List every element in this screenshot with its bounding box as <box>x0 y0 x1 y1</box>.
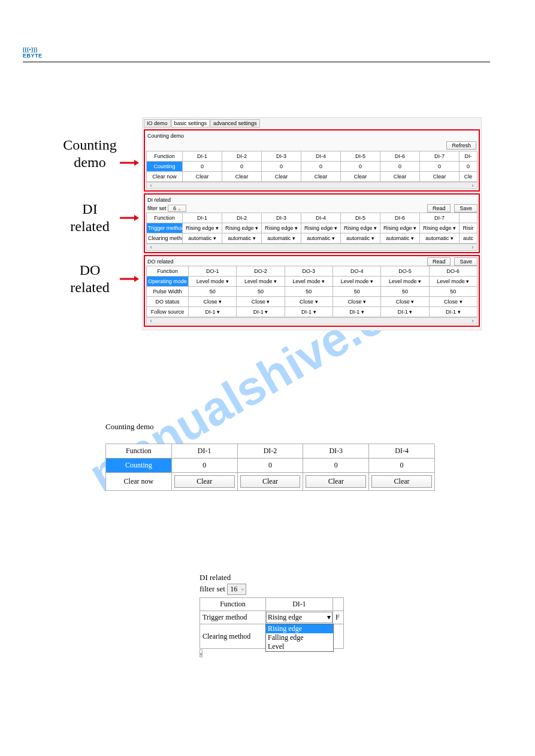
col-head: DO-1 <box>189 266 237 277</box>
dropdown-item-rising[interactable]: Rising edge <box>266 624 333 633</box>
trigger-select[interactable]: Risir <box>460 223 477 233</box>
clearing-select[interactable]: automatic ▾ <box>183 233 222 244</box>
counting-val: 0 <box>222 162 262 172</box>
dostatus-select[interactable]: Close ▾ <box>333 297 380 307</box>
dropdown-item-level[interactable]: Level <box>266 642 333 651</box>
col-function: Function <box>106 444 172 459</box>
dostatus-select[interactable]: Close ▾ <box>189 297 237 307</box>
trigger-select[interactable]: Rising edge ▾ <box>380 223 420 233</box>
dostatus-select[interactable]: Close ▾ <box>237 297 285 307</box>
clearing-select[interactable]: automatic ▾ <box>420 233 460 244</box>
annot-counting: Counting demo <box>48 136 132 171</box>
arrow-icon <box>120 159 139 166</box>
basic-settings-panel: IO demo basic settings advanced settings… <box>142 117 482 330</box>
follow-label: Follow source <box>147 307 189 317</box>
clearing-select[interactable]: automatic ▾ <box>262 233 301 244</box>
counting-val: 0 <box>183 162 222 172</box>
dropdown-item-falling[interactable]: Falling edge <box>266 633 333 642</box>
dostatus-label: DO status <box>147 297 189 307</box>
filter-select[interactable]: 16 <box>227 584 246 595</box>
di-title: DI related <box>146 196 477 204</box>
read-button[interactable]: Read <box>427 257 451 266</box>
clearing-select[interactable]: automatic ▾ <box>380 233 420 244</box>
col-head: DI-6 <box>380 151 420 162</box>
level-select[interactable]: Level mode ▾ <box>333 277 380 287</box>
col-head: DI-3 <box>262 213 301 223</box>
read-button[interactable]: Read <box>427 204 451 212</box>
trigger-select[interactable]: Rising edge▾ <box>266 612 333 623</box>
svg-marker-1 <box>134 160 139 166</box>
follow-select[interactable]: DI-1 ▾ <box>237 307 285 317</box>
col-head: DI-5 <box>341 213 380 223</box>
trigger-select[interactable]: Rising edge ▾ <box>262 223 301 233</box>
col-head: DI-1 <box>183 151 222 162</box>
scrollbar[interactable]: ‹› <box>146 182 477 189</box>
clear-button[interactable]: Clear <box>369 473 435 491</box>
trigger-select[interactable]: Rising edge ▾ <box>222 223 262 233</box>
counting-demo-zoom: Counting demo Function DI-1 DI-2 DI-3 DI… <box>105 422 435 491</box>
follow-select[interactable]: DI-1 ▾ <box>429 307 477 317</box>
col-head: DI-2 <box>222 213 262 223</box>
dostatus-select[interactable]: Close ▾ <box>285 297 333 307</box>
clear-button[interactable]: Clear <box>420 172 460 182</box>
clearing-select[interactable]: automatic ▾ <box>341 233 380 244</box>
filter-select[interactable]: 6 ⌵ <box>168 205 186 212</box>
clearing-select[interactable]: automatic ▾ <box>222 233 262 244</box>
clear-button[interactable]: Clear <box>380 172 420 182</box>
col-function: Function <box>147 151 183 162</box>
scrollbar[interactable]: ‹› <box>146 317 477 324</box>
clear-button[interactable]: Clear <box>301 172 341 182</box>
clearing-select[interactable]: automatic ▾ <box>301 233 341 244</box>
scroll-left-button[interactable]: ‹ <box>200 649 202 657</box>
clear-button[interactable]: Clear <box>171 473 237 491</box>
save-button[interactable]: Save <box>454 204 477 212</box>
tab-advanced-settings[interactable]: advanced settings <box>210 119 260 127</box>
col-function: Function <box>200 598 266 611</box>
level-select[interactable]: Level mode ▾ <box>285 277 333 287</box>
pulse-val[interactable]: 50 <box>381 287 429 297</box>
pulse-val[interactable]: 50 <box>333 287 380 297</box>
clear-button[interactable]: Clear <box>237 473 303 491</box>
trigger-select[interactable]: Rising edge ▾ <box>301 223 341 233</box>
follow-select[interactable]: DI-1 ▾ <box>333 307 380 317</box>
pulse-val[interactable]: 50 <box>429 287 477 297</box>
pulse-val[interactable]: 50 <box>285 287 333 297</box>
counting-val: 0 <box>301 162 341 172</box>
dostatus-select[interactable]: Close ▾ <box>381 297 429 307</box>
follow-select[interactable]: DI-1 ▾ <box>381 307 429 317</box>
level-select[interactable]: Level mode ▾ <box>381 277 429 287</box>
trigger-label: Trigger method <box>200 611 266 624</box>
scrollbar[interactable]: ‹› <box>146 244 477 251</box>
clearnow-label: Clear now <box>106 473 172 491</box>
refresh-button[interactable]: Refresh <box>446 141 476 150</box>
tab-basic-settings[interactable]: basic settings <box>171 119 210 127</box>
pulse-val[interactable]: 50 <box>237 287 285 297</box>
chevron-down-icon: ▾ <box>327 613 331 622</box>
col-head: DO-5 <box>381 266 429 277</box>
clearing-select[interactable]: autc <box>460 233 477 244</box>
di-table: Function DI-1 DI-2 DI-3 DI-4 DI-5 DI-6 D… <box>146 212 477 244</box>
save-button[interactable]: Save <box>454 257 477 266</box>
tab-io-demo[interactable]: IO demo <box>144 119 171 127</box>
filter-label: filter set <box>147 205 167 211</box>
counting-val: 0 <box>380 162 420 172</box>
clear-button[interactable]: Cle <box>460 172 477 182</box>
follow-select[interactable]: DI-1 ▾ <box>189 307 237 317</box>
level-select[interactable]: Level mode ▾ <box>189 277 237 287</box>
trigger-select[interactable]: Rising edge ▾ <box>183 223 222 233</box>
clear-button[interactable]: Clear <box>262 172 301 182</box>
level-select[interactable]: Level mode ▾ <box>429 277 477 287</box>
follow-select[interactable]: DI-1 ▾ <box>285 307 333 317</box>
clear-button[interactable]: Clear <box>222 172 262 182</box>
di-table-zoom: Function DI-1 Trigger method Rising edge… <box>200 597 344 649</box>
col-head <box>333 598 344 611</box>
clear-button[interactable]: Clear <box>341 172 380 182</box>
pulse-val[interactable]: 50 <box>189 287 237 297</box>
trigger-select[interactable]: Rising edge ▾ <box>420 223 460 233</box>
dostatus-select[interactable]: Close ▾ <box>429 297 477 307</box>
clear-button[interactable]: Clear <box>183 172 222 182</box>
trigger-select[interactable]: Rising edge ▾ <box>341 223 380 233</box>
clear-button[interactable]: Clear <box>303 473 369 491</box>
level-select[interactable]: Level mode ▾ <box>237 277 285 287</box>
col-head: DO-2 <box>237 266 285 277</box>
